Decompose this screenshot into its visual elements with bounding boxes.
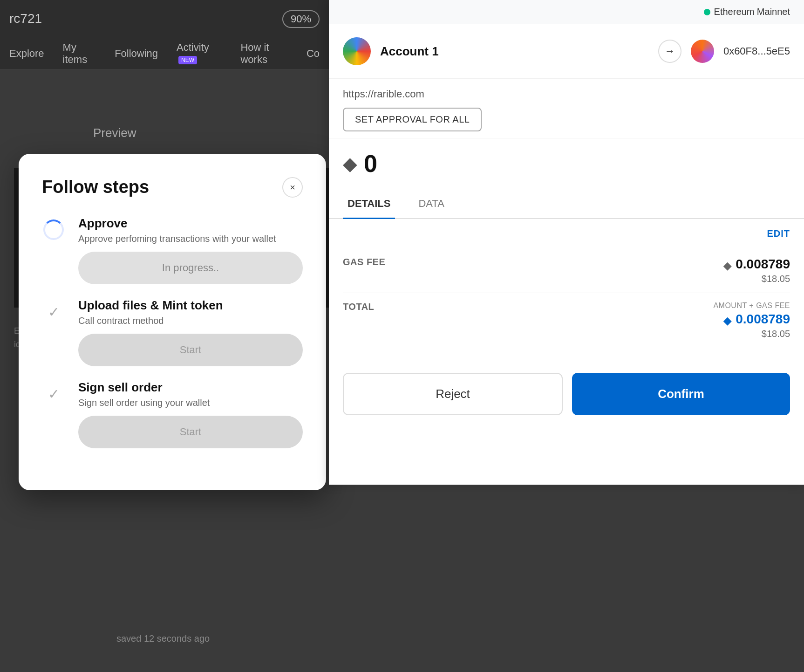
set-approval-button[interactable]: SET APPROVAL FOR ALL <box>343 108 482 131</box>
mm-details-panel: EDIT GAS FEE 0.008789 $18.05 TOTAL AMOUN… <box>329 219 804 357</box>
dapp-url: https://rarible.com <box>343 88 790 100</box>
gas-fee-label: GAS FEE <box>343 257 385 267</box>
upload-start-button[interactable]: Start <box>78 334 303 366</box>
step-sign: ✓ Sign sell order Sign sell order using … <box>42 380 303 448</box>
eth-amount-row: ◆ 0 <box>329 138 804 189</box>
step-upload-desc: Call contract method <box>78 315 303 326</box>
nav-explore[interactable]: Explore <box>9 48 44 60</box>
eth-icon-total <box>723 317 732 326</box>
bg-nav: Explore My items Following Activity NEW … <box>0 37 329 70</box>
mm-topbar: Ethereum Mainnet <box>329 0 804 24</box>
sign-start-button[interactable]: Start <box>78 416 303 448</box>
step-upload-content: Upload files & Mint token Call contract … <box>78 298 303 366</box>
gas-fee-row: GAS FEE 0.008789 $18.05 <box>343 248 790 293</box>
modal-title: Follow steps <box>42 177 149 197</box>
approve-spinner-icon <box>42 218 65 241</box>
wallet-address: 0x60F8...5eE5 <box>723 45 790 57</box>
bg-topbar: rc721 90% <box>0 0 329 37</box>
network-name: Ethereum Mainnet <box>714 7 790 17</box>
saved-text: saved 12 seconds ago <box>116 633 210 644</box>
mm-action-buttons: Reject Confirm <box>329 362 804 426</box>
total-eth: 0.008789 <box>713 312 790 327</box>
step-sign-content: Sign sell order Sign sell order using yo… <box>78 380 303 448</box>
gas-fee-value: 0.008789 $18.05 <box>723 257 790 284</box>
tab-details[interactable]: DETAILS <box>343 189 395 218</box>
nav-following[interactable]: Following <box>115 48 158 60</box>
confirm-button[interactable]: Confirm <box>572 373 790 415</box>
gas-fee-usd: $18.05 <box>723 274 790 284</box>
step-upload: ✓ Upload files & Mint token Call contrac… <box>42 298 303 366</box>
new-badge: NEW <box>178 56 197 64</box>
nav-activity[interactable]: Activity NEW <box>177 41 222 66</box>
account-switch-button[interactable]: → <box>658 40 681 63</box>
total-usd: $18.05 <box>713 329 790 339</box>
step-approve-content: Approve Approve perfoming transactions w… <box>78 216 303 284</box>
edit-link: EDIT <box>343 228 790 239</box>
tab-data[interactable]: DATA <box>414 189 449 218</box>
account-row: Account 1 → 0x60F8...5eE5 <box>329 24 804 79</box>
follow-steps-modal: Follow steps × Approve Approve perfoming… <box>19 154 326 490</box>
sign-check-icon: ✓ <box>42 382 65 405</box>
account-avatar <box>343 37 371 65</box>
nav-co[interactable]: Co <box>307 48 320 60</box>
network-indicator: Ethereum Mainnet <box>704 7 790 17</box>
eth-icon-gas <box>723 262 732 271</box>
upload-check-icon: ✓ <box>42 300 65 323</box>
step-approve-desc: Approve perfoming transactions with your… <box>78 233 303 244</box>
modal-header: Follow steps × <box>42 177 303 198</box>
step-approve-title: Approve <box>78 216 303 231</box>
nav-my-items[interactable]: My items <box>63 41 96 66</box>
page-title: rc721 <box>9 11 42 26</box>
url-area: https://rarible.com SET APPROVAL FOR ALL <box>329 79 804 138</box>
gas-fee-eth: 0.008789 <box>723 257 790 272</box>
modal-close-button[interactable]: × <box>282 177 303 198</box>
in-progress-button: In progress.. <box>78 252 303 284</box>
network-status-dot <box>704 9 710 15</box>
eth-diamond-icon: ◆ <box>343 153 357 174</box>
total-row: TOTAL AMOUNT + GAS FEE 0.008789 $18.05 <box>343 293 790 348</box>
total-sublabel: AMOUNT + GAS FEE <box>713 302 790 310</box>
progress-percent: 90% <box>282 10 320 28</box>
preview-label: Preview <box>93 126 136 140</box>
eth-amount: 0 <box>364 150 377 178</box>
metamask-panel: Ethereum Mainnet Account 1 → 0x60F8...5e… <box>329 0 804 485</box>
total-value: AMOUNT + GAS FEE 0.008789 $18.05 <box>713 302 790 339</box>
address-avatar <box>691 40 714 63</box>
step-approve: Approve Approve perfoming transactions w… <box>42 216 303 284</box>
step-sign-desc: Sign sell order using your wallet <box>78 398 303 408</box>
total-label: TOTAL <box>343 302 374 312</box>
step-upload-title: Upload files & Mint token <box>78 298 303 313</box>
mm-tabs: DETAILS DATA <box>329 189 804 219</box>
nav-how-it-works[interactable]: How it works <box>240 41 287 66</box>
reject-button[interactable]: Reject <box>343 373 563 415</box>
step-sign-title: Sign sell order <box>78 380 303 395</box>
account-name: Account 1 <box>380 44 649 59</box>
edit-button[interactable]: EDIT <box>767 228 790 239</box>
